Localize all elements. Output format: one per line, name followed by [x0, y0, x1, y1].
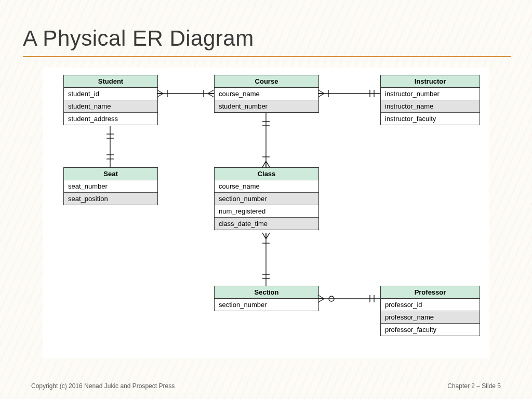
attr-row: professor_faculty — [381, 324, 480, 336]
attr-row: course_name — [215, 180, 318, 193]
attr-row: course_name — [215, 88, 318, 100]
attr-row: student_name — [64, 100, 157, 113]
attr-row: student_address — [64, 113, 157, 125]
attr-row: student_number — [215, 100, 318, 112]
attr-row: instructor_number — [381, 88, 480, 100]
slide-footer: Copyright (c) 2016 Nenad Jukic and Prosp… — [0, 382, 532, 390]
entity-class: Class course_name section_number num_reg… — [214, 167, 319, 230]
attr-row: student_id — [64, 88, 157, 100]
page-title: A Physical ER Diagram — [23, 26, 254, 51]
entity-header: Student — [64, 75, 157, 88]
svg-point-21 — [329, 296, 334, 301]
footer-left: Copyright (c) 2016 Nenad Jukic and Prosp… — [31, 382, 175, 390]
entity-course: Course course_name student_number — [214, 75, 319, 113]
entity-header: Class — [215, 168, 318, 180]
entity-student: Student student_id student_name student_… — [63, 75, 158, 125]
entity-header: Section — [215, 286, 318, 299]
attr-row: num_registered — [215, 205, 318, 218]
attr-row: professor_id — [381, 299, 480, 311]
attr-row: instructor_faculty — [381, 113, 480, 125]
entity-header: Professor — [381, 286, 480, 299]
entity-section: Section section_number — [214, 286, 319, 311]
title-rule — [23, 56, 511, 57]
entity-header: Seat — [64, 168, 157, 180]
attr-row: section_number — [215, 299, 318, 311]
entity-header: Instructor — [381, 75, 480, 88]
entity-seat: Seat seat_number seat_position — [63, 167, 158, 205]
entity-instructor: Instructor instructor_number instructor_… — [380, 75, 480, 125]
attr-row: professor_name — [381, 311, 480, 324]
attr-row: class_date_time — [215, 218, 318, 230]
attr-row: section_number — [215, 193, 318, 205]
attr-row: instructor_name — [381, 100, 480, 113]
diagram-canvas: Student student_id student_name student_… — [43, 68, 489, 358]
attr-row: seat_number — [64, 180, 157, 193]
attr-row: seat_position — [64, 193, 157, 205]
entity-professor: Professor professor_id professor_name pr… — [380, 286, 480, 336]
entity-header: Course — [215, 75, 318, 88]
slide: A Physical ER Diagram Student student_id… — [0, 0, 532, 399]
footer-right: Chapter 2 – Slide 5 — [447, 382, 501, 390]
